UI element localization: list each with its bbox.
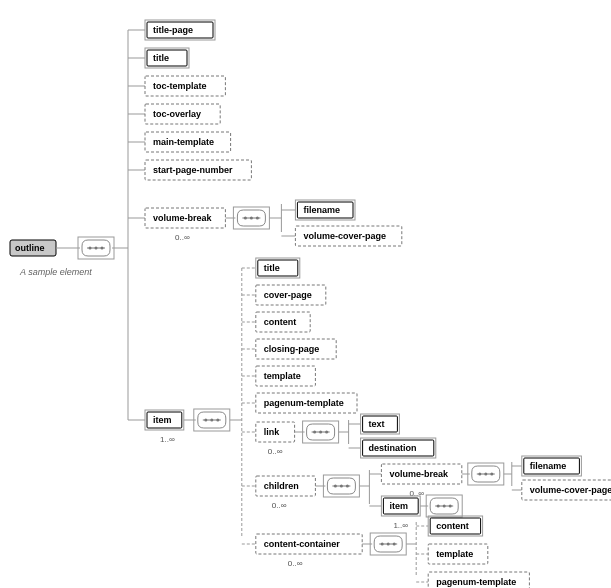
- label: content-container: [264, 539, 341, 549]
- occ: 1..∞: [160, 435, 175, 444]
- compositor: [426, 495, 462, 517]
- node-content-container: content-container: [256, 534, 362, 554]
- label: volume-cover-page: [530, 485, 611, 495]
- compositor: [468, 463, 504, 485]
- label: toc-overlay: [153, 109, 201, 119]
- node-destination: destination: [361, 438, 436, 458]
- node-cover-page: cover-page: [256, 285, 326, 305]
- node-volume-cover-page: volume-cover-page: [522, 480, 611, 500]
- label: volume-break: [153, 213, 213, 223]
- label: content: [436, 521, 469, 531]
- node-title: title: [256, 258, 300, 278]
- label: start-page-number: [153, 165, 233, 175]
- label: pagenum-template: [264, 398, 344, 408]
- compositor: [323, 475, 359, 497]
- label: template: [264, 371, 301, 381]
- label: item: [153, 415, 172, 425]
- occ: 0..∞: [268, 447, 283, 456]
- node-template: template: [428, 544, 488, 564]
- occ: 0..∞: [175, 233, 190, 242]
- label: title: [264, 263, 280, 273]
- occ: 1..∞: [393, 521, 408, 530]
- label: title: [153, 53, 169, 63]
- node-pagenum-template: pagenum-template: [256, 393, 357, 413]
- node-toc-template: toc-template: [145, 76, 225, 96]
- compositor: [303, 421, 339, 443]
- label: main-template: [153, 137, 214, 147]
- node-title: title: [145, 48, 189, 68]
- node-toc-overlay: toc-overlay: [145, 104, 220, 124]
- node-closing-page: closing-page: [256, 339, 336, 359]
- label: destination: [369, 443, 417, 453]
- node-template: template: [256, 366, 316, 386]
- root-note: A sample element: [19, 267, 92, 277]
- node-filename: filename: [522, 456, 582, 476]
- label: content: [264, 317, 297, 327]
- label: pagenum-template: [436, 577, 516, 587]
- occ: 0..∞: [409, 489, 424, 498]
- node-volume-break: volume-break: [381, 464, 461, 484]
- label: item: [389, 501, 408, 511]
- node-filename: filename: [295, 200, 355, 220]
- node-text: text: [361, 414, 400, 434]
- label: template: [436, 549, 473, 559]
- node-volume-cover-page: volume-cover-page: [295, 226, 401, 246]
- label: volume-cover-page: [303, 231, 386, 241]
- compositor: [370, 533, 406, 555]
- node-start-page-number: start-page-number: [145, 160, 251, 180]
- node-volume-break: volume-break: [145, 208, 225, 228]
- node-item: item: [381, 496, 420, 516]
- label: title-page: [153, 25, 193, 35]
- label-outline: outline: [15, 243, 45, 253]
- occ: 0..∞: [288, 559, 303, 568]
- node-content: content: [428, 516, 482, 536]
- node-pagenum-template: pagenum-template: [428, 572, 529, 588]
- compositor-root: [82, 240, 110, 256]
- node-link: link: [256, 422, 295, 442]
- node-title-page: title-page: [145, 20, 215, 40]
- occ: 0..∞: [272, 501, 287, 510]
- label: filename: [530, 461, 567, 471]
- node-main-template: main-template: [145, 132, 231, 152]
- label: cover-page: [264, 290, 312, 300]
- label: link: [264, 427, 280, 437]
- compositor: [194, 409, 230, 431]
- label: text: [369, 419, 385, 429]
- node-content: content: [256, 312, 310, 332]
- label: closing-page: [264, 344, 320, 354]
- compositor: [233, 207, 269, 229]
- node-item: item: [145, 410, 184, 430]
- label: filename: [303, 205, 340, 215]
- node-children: children: [256, 476, 316, 496]
- label: toc-template: [153, 81, 207, 91]
- label: volume-break: [389, 469, 449, 479]
- label: children: [264, 481, 299, 491]
